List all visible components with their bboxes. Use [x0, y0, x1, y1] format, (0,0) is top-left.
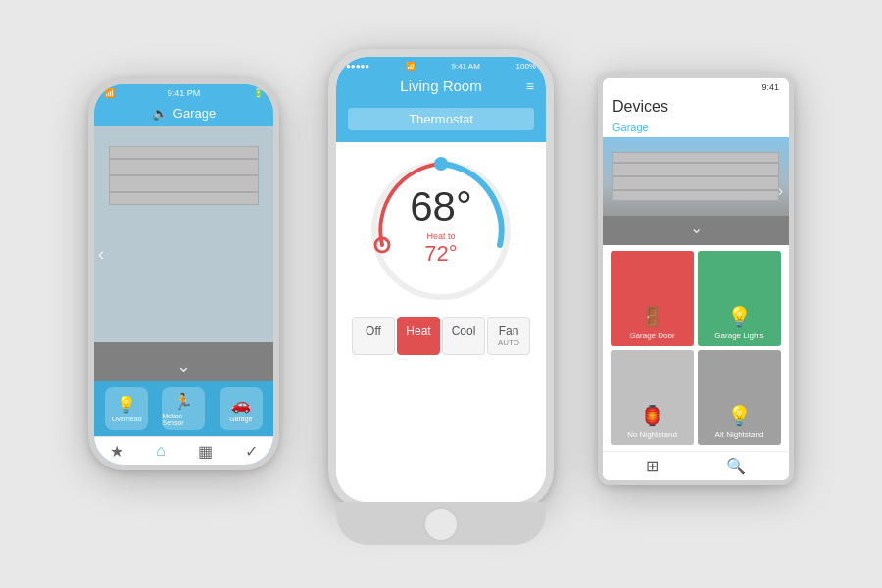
thermostat-dial-area: 68° Heat to 72° Off Heat Cool FanAUTO — [336, 142, 546, 502]
battery-icon-left: 🔋 — [253, 88, 264, 98]
nightstand-tile-2[interactable]: 💡 Alt Nightstand — [698, 350, 781, 445]
device-tiles-left: 💡 Overhead 🏃 Motion Sensor 🚗 Garage — [94, 381, 273, 436]
nav-arrow-left[interactable]: ‹ — [98, 244, 104, 265]
nightstand-tile-1[interactable]: 🏮 No Nightstand — [611, 350, 694, 445]
status-time-center: 9:41 AM — [451, 62, 479, 71]
phone-right: 9:41 Devices Garage › ⌄ — [598, 74, 794, 485]
garage-door-tile[interactable]: 🚪 Garage Door — [611, 251, 694, 346]
garage-image-left: ‹ ⌄ — [94, 126, 273, 381]
home-button-area-center — [336, 502, 546, 545]
garage-image-right: › ⌄ — [603, 137, 789, 245]
nav-arrow-right-right[interactable]: › — [778, 182, 783, 200]
header-title-right: Devices — [612, 98, 668, 115]
windows-start-icon[interactable]: ⊞ — [646, 457, 659, 475]
nightstand-label-1: No Nightstand — [627, 430, 677, 439]
wifi-icon: 📶 — [104, 88, 115, 98]
battery-center: 100% — [516, 62, 536, 71]
phone-center: ●●●●● 📶 9:41 AM 100% Living Room ≡ Therm… — [328, 49, 554, 510]
mode-off[interactable]: Off — [352, 317, 395, 355]
tab-grid[interactable]: ▦ — [198, 442, 213, 461]
header-title-center: Living Room — [400, 77, 481, 94]
wifi-center: 📶 — [406, 62, 416, 71]
nav-arrow-down[interactable]: ⌄ — [176, 356, 191, 377]
mode-buttons: Off Heat Cool FanAUTO — [336, 309, 546, 363]
garage-door — [109, 146, 259, 205]
status-bar-left: 📶 9:41 PM 🔋 — [94, 84, 273, 102]
thermostat-label: Thermostat — [348, 108, 534, 130]
garage-lights-label: Garage Lights — [714, 331, 763, 340]
windows-search-icon[interactable]: 🔍 — [726, 457, 746, 475]
devices-subtitle: Garage — [603, 122, 789, 137]
tab-home[interactable]: ⌂ — [156, 442, 166, 461]
mode-heat[interactable]: Heat — [397, 317, 440, 355]
overhead-label: Overhead — [112, 416, 142, 422]
thermostat-section: Thermostat — [336, 102, 546, 142]
motion-label: Motion Sensor — [162, 413, 205, 426]
current-temp: 68° — [410, 186, 472, 227]
status-time-right: 9:41 — [761, 82, 779, 92]
garage-tile-left[interactable]: 🚗 Garage — [220, 387, 263, 430]
garage-door-label: Garage Door — [629, 331, 674, 340]
menu-icon[interactable]: ≡ — [526, 78, 534, 94]
garage-label-left: Garage — [229, 416, 252, 422]
signal-dots: ●●●●● — [346, 62, 369, 71]
volume-icon: 🔈 — [152, 106, 168, 121]
svg-point-1 — [434, 157, 448, 171]
motion-sensor-tile[interactable]: 🏃 Motion Sensor — [162, 387, 205, 430]
status-bar-right: 9:41 — [603, 78, 789, 96]
mode-fan[interactable]: FanAUTO — [487, 317, 530, 355]
tab-bar-left: ★ ⌂ ▦ ✓ — [94, 436, 273, 465]
tiles-grid: 🚪 Garage Door 💡 Garage Lights 🏮 No Night… — [603, 245, 789, 451]
top-bar-center: Living Room ≡ — [336, 74, 546, 102]
overhead-tile[interactable]: 💡 Overhead — [105, 387, 148, 430]
win-taskbar: ⊞ 🔍 — [603, 451, 789, 480]
set-temp: 72° — [410, 241, 472, 267]
tab-favorites[interactable]: ★ — [110, 442, 123, 461]
dial-container[interactable]: 68° Heat to 72° — [363, 152, 519, 309]
status-time-left: 9:41 PM — [168, 88, 201, 98]
scene: 📶 9:41 PM 🔋 🔈 Garage ‹ ⌄ — [69, 20, 813, 568]
phone-left: 📶 9:41 PM 🔋 🔈 Garage ‹ ⌄ — [88, 78, 279, 470]
nav-arrow-down-right[interactable]: ⌄ — [690, 219, 703, 237]
home-button-center[interactable] — [423, 507, 459, 542]
heat-to-label: Heat to — [410, 231, 472, 241]
top-bar-right: Devices — [603, 96, 789, 122]
garage-lights-tile[interactable]: 💡 Garage Lights — [698, 251, 781, 346]
tab-check[interactable]: ✓ — [245, 442, 258, 461]
top-bar-left: 🔈 Garage — [94, 102, 273, 126]
status-bar-center: ●●●●● 📶 9:41 AM 100% — [336, 57, 546, 74]
mode-cool[interactable]: Cool — [442, 317, 485, 355]
nightstand-label-2: Alt Nightstand — [715, 430, 764, 439]
header-title-left: Garage — [173, 106, 216, 121]
dial-temp: 68° Heat to 72° — [410, 186, 472, 267]
